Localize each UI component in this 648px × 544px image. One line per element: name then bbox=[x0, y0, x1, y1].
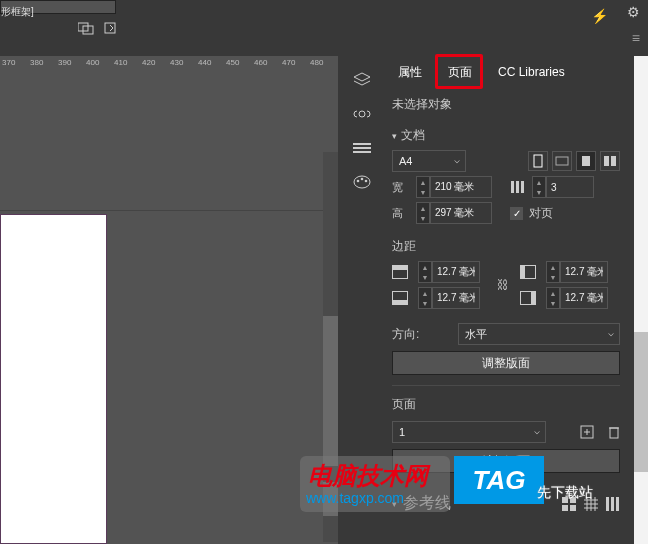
margin-right-icon bbox=[520, 291, 536, 305]
section-pages[interactable]: 页面 bbox=[392, 396, 620, 413]
svg-rect-15 bbox=[511, 181, 514, 193]
grid-view-2-icon[interactable] bbox=[584, 497, 598, 511]
section-margins[interactable]: 边距 bbox=[392, 238, 620, 255]
guides-label: 参考线 bbox=[403, 493, 451, 514]
grid-view-1-icon[interactable] bbox=[562, 497, 576, 511]
page-preset-select[interactable]: A4 bbox=[392, 150, 466, 172]
panel-menu-icon[interactable]: ≡ bbox=[632, 30, 640, 46]
height-input[interactable] bbox=[430, 202, 492, 224]
section-margins-label: 边距 bbox=[392, 238, 416, 255]
no-selection-label: 未选择对象 bbox=[392, 96, 620, 113]
svg-rect-12 bbox=[582, 156, 590, 166]
svg-point-9 bbox=[364, 180, 367, 183]
settings-icon[interactable]: ⚙ bbox=[627, 4, 640, 20]
gpu-icon[interactable]: ⚡ bbox=[591, 8, 608, 24]
svg-point-7 bbox=[356, 180, 359, 183]
page-single-icon[interactable] bbox=[576, 151, 596, 171]
svg-rect-25 bbox=[562, 505, 568, 511]
layers-icon[interactable] bbox=[352, 70, 372, 90]
facing-pages-label: 对页 bbox=[529, 205, 553, 222]
dock-icon-strip bbox=[345, 56, 378, 192]
margin-left-stepper[interactable]: ▲▼ bbox=[546, 261, 616, 283]
chevron-down-icon: ▾ bbox=[392, 131, 397, 141]
columns-icon bbox=[510, 180, 526, 194]
color-icon[interactable] bbox=[352, 172, 372, 192]
link-margins-icon[interactable]: ⛓ bbox=[496, 274, 510, 296]
grid-view-3-icon[interactable] bbox=[606, 497, 620, 511]
edit-pages-button[interactable]: 编辑页面 bbox=[392, 449, 620, 473]
divider bbox=[392, 385, 620, 386]
svg-rect-34 bbox=[611, 497, 614, 511]
export-icon[interactable] bbox=[102, 21, 118, 35]
guides-section: ▾ 参考线 bbox=[380, 487, 632, 520]
object-type-indicator: 形框架] bbox=[0, 0, 116, 14]
margin-right-stepper[interactable]: ▲▼ bbox=[546, 287, 616, 309]
tab-properties[interactable]: 属性 bbox=[386, 58, 434, 87]
embed-icon[interactable] bbox=[78, 21, 94, 35]
delete-page-icon[interactable] bbox=[608, 425, 620, 439]
page-number-select[interactable]: 1 bbox=[392, 421, 546, 443]
margin-left-icon bbox=[520, 265, 536, 279]
width-label: 宽 bbox=[392, 180, 410, 195]
section-document-label: 文档 bbox=[401, 127, 425, 144]
chevron-down-icon: ▾ bbox=[392, 499, 397, 509]
height-label: 高 bbox=[392, 206, 410, 221]
page-separator bbox=[0, 210, 338, 211]
document-page[interactable] bbox=[0, 214, 107, 544]
orientation-portrait-icon[interactable] bbox=[528, 151, 548, 171]
svg-point-8 bbox=[360, 178, 363, 181]
margin-bottom-stepper[interactable]: ▲▼ bbox=[418, 287, 488, 309]
canvas-scrollbar-thumb[interactable] bbox=[323, 316, 338, 516]
tab-cc-libraries[interactable]: CC Libraries bbox=[486, 59, 577, 85]
width-input[interactable] bbox=[430, 176, 492, 198]
page-facing-icon[interactable] bbox=[600, 151, 620, 171]
svg-rect-16 bbox=[516, 181, 519, 193]
canvas-area[interactable] bbox=[0, 76, 338, 544]
svg-rect-26 bbox=[570, 505, 576, 511]
tab-pages[interactable]: 页面 bbox=[436, 58, 484, 87]
svg-rect-24 bbox=[570, 497, 576, 503]
margin-top-stepper[interactable]: ▲▼ bbox=[418, 261, 488, 283]
margin-bottom-icon bbox=[392, 291, 408, 305]
width-stepper[interactable]: ▲▼ bbox=[416, 176, 492, 198]
svg-rect-33 bbox=[606, 497, 609, 511]
columns-stepper[interactable]: ▲▼ bbox=[532, 176, 594, 198]
adjust-layout-button[interactable]: 调整版面 bbox=[392, 351, 620, 375]
svg-rect-23 bbox=[562, 497, 568, 503]
margin-top-icon bbox=[392, 265, 408, 279]
orientation-select[interactable]: 水平 bbox=[458, 323, 620, 345]
facing-pages-checkbox[interactable]: ✓ bbox=[510, 207, 523, 220]
svg-rect-10 bbox=[534, 155, 542, 167]
orientation-landscape-icon[interactable] bbox=[552, 151, 572, 171]
svg-rect-13 bbox=[604, 156, 609, 166]
section-document[interactable]: ▾ 文档 bbox=[392, 127, 620, 144]
section-pages-label: 页面 bbox=[392, 396, 416, 413]
horizontal-ruler: 370 380 390 400 410 420 430 440 450 460 … bbox=[0, 56, 338, 76]
svg-rect-11 bbox=[556, 157, 568, 165]
orientation-label: 方向: bbox=[392, 326, 452, 343]
svg-rect-21 bbox=[610, 428, 618, 438]
properties-panel: 属性 页面 CC Libraries 未选择对象 ▾ 文档 A4 宽 ▲▼ bbox=[380, 56, 632, 544]
svg-rect-17 bbox=[521, 181, 524, 193]
window-scrollbar-thumb[interactable] bbox=[634, 332, 648, 472]
columns-input[interactable] bbox=[546, 176, 594, 198]
svg-rect-14 bbox=[611, 156, 616, 166]
scrollbar-cap bbox=[323, 466, 338, 482]
height-stepper[interactable]: ▲▼ bbox=[416, 202, 492, 224]
links-icon[interactable] bbox=[352, 104, 372, 124]
stroke-icon[interactable] bbox=[352, 138, 372, 158]
new-page-icon[interactable] bbox=[580, 425, 594, 439]
svg-rect-35 bbox=[616, 497, 619, 511]
